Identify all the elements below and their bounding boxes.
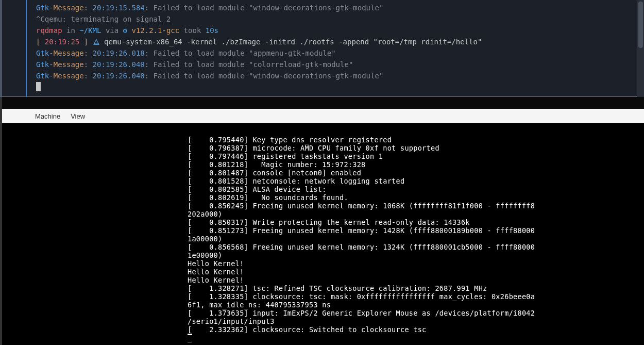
kernel-log-line: [ 0.856568] Freeing unused kernel memory… <box>188 243 644 251</box>
kernel-log-line: /serio1/input/input3 <box>188 317 644 325</box>
gear-icon: ⚙ <box>123 26 132 35</box>
menu-machine[interactable]: Machine <box>30 110 65 122</box>
kernel-log-line: [ 0.802619] No soundcards found. <box>188 193 644 202</box>
kernel-log-line: 1e00000) <box>188 251 644 259</box>
terminal-prompt-context: rqdmap in ~/KML via ⚙ v12.2.1-gcc took 1… <box>36 25 644 36</box>
kernel-log-line: 6f1, max_idle_ns: 440795337953 ns <box>188 301 644 309</box>
arch-icon <box>93 38 104 46</box>
kernel-log-line: [ 0.801218] Magic number: 15:972:328 <box>188 160 644 169</box>
terminal-line: Gtk-Message: 20:19:15.584: Failed to loa… <box>36 2 644 13</box>
kernel-log-line: [ 0.850317] Write protecting the kernel … <box>188 218 644 226</box>
kernel-log-line: [ 0.796387] microcode: AMD CPU family 0x… <box>188 144 644 152</box>
terminal-line: Gtk-Message: 20:19:26.040: Failed to loa… <box>36 70 644 81</box>
terminal-line: ^Cqemu: terminating on signal 2 <box>36 13 644 25</box>
host-terminal[interactable]: Gtk-Message: 20:19:15.584: Failed to loa… <box>0 0 644 97</box>
kernel-log-line: [ 0.795440] Key type dns_resolver regist… <box>188 136 644 144</box>
kernel-log-line: Hello Kernel! <box>188 259 644 268</box>
terminal-line: Gtk-Message: 20:19:26.018: Failed to loa… <box>36 47 644 59</box>
kernel-log-line: [ 0.797446] registered taskstats version… <box>188 152 644 160</box>
cursor-icon <box>36 82 41 91</box>
menu-view[interactable]: View <box>65 110 90 122</box>
kernel-log-line: [ 0.850245] Freeing unused kernel memory… <box>188 202 644 210</box>
kernel-log-line: [ 1.373635] input: ImExPS/2 Generic Expl… <box>188 309 644 317</box>
terminal-cursor-line <box>36 81 644 93</box>
kernel-log-line: [ 0.802585] ALSA device list: <box>188 185 644 193</box>
kernel-log-line: 202a000) <box>188 210 644 218</box>
cursor-icon: _ <box>188 334 192 335</box>
qemu-guest-console[interactable]: [ 0.795440] Key type dns_resolver regist… <box>0 123 644 345</box>
scrollbar[interactable] <box>637 0 644 97</box>
qemu-menubar: Machine View <box>0 109 644 123</box>
terminal-line: Gtk-Message: 20:19:26.040: Failed to loa… <box>36 59 644 70</box>
kernel-log-line: Hello Kernel! <box>188 268 644 276</box>
kernel-log-line: [ 1.328335] clocksource: tsc: mask: 0xff… <box>188 292 644 301</box>
kernel-log-line: [ 1.328271] tsc: Refined TSC clocksource… <box>188 284 644 292</box>
background-logo <box>0 97 644 109</box>
kernel-log-line: [ 0.851273] Freeing unused kernel memory… <box>188 226 644 235</box>
kernel-log-line: [ 0.801528] netconsole: network logging … <box>188 177 644 185</box>
kernel-log-line: 1a00000) <box>188 235 644 243</box>
terminal-prompt-command: [ 20:19:25 ] qemu-system-x86_64 -kernel … <box>36 36 644 47</box>
guest-cursor-line: _ <box>188 334 644 342</box>
kernel-log-line: [ 0.801487] console [netcon0] enabled <box>188 169 644 177</box>
kernel-log-line: Hello Kernel! <box>188 276 644 284</box>
kernel-log-line: [ 2.332362] clocksource: Switched to clo… <box>188 325 644 334</box>
